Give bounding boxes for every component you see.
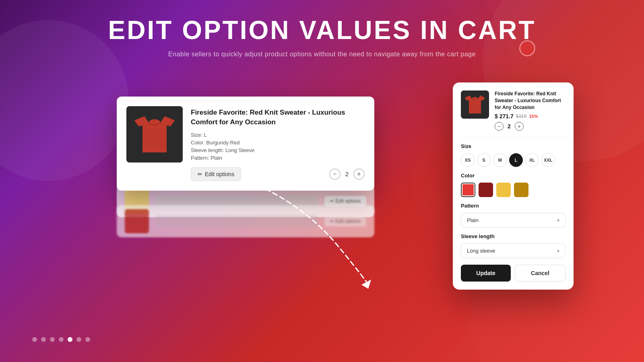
cart-item-image (126, 106, 183, 162)
cart-item-title: Fireside Favorite: Red Knit Sweater - Lu… (191, 108, 365, 127)
svg-marker-8 (361, 280, 371, 289)
pagination (32, 337, 90, 342)
size-btn-l[interactable]: L (509, 153, 523, 167)
qty-increase-btn[interactable]: + (353, 169, 365, 180)
action-row: Update Cancel (461, 265, 566, 282)
color-row (461, 183, 566, 197)
sleeve-section-label: Sleeve length (461, 233, 566, 239)
cart-row-blurred-2: ✏ Edit options (117, 205, 374, 237)
size-btn-m[interactable]: M (493, 153, 507, 167)
page-subtitle: Enable sellers to quickly adjust product… (40, 51, 604, 58)
price-discount: 15% (529, 114, 538, 119)
cart-item-footer: ✏ Edit options − 2 + (191, 167, 365, 181)
edit-icon: ✏ (198, 171, 202, 177)
detail-panel: Fireside Favorite: Red Knit Sweater - Lu… (453, 82, 574, 290)
pagination-dot-1[interactable] (32, 337, 37, 342)
pattern-value: Plain (467, 217, 479, 223)
blurred-content-2 (155, 215, 318, 227)
size-row: XS S M L XL XXL (461, 153, 566, 167)
product-image-svg (126, 106, 183, 162)
edit-options-button[interactable]: ✏ Edit options (191, 167, 241, 181)
pagination-dot-5[interactable] (68, 337, 72, 342)
qty-value: 2 (345, 171, 349, 177)
detail-product-image (461, 90, 489, 119)
detail-product-title: Fireside Favorite: Red Knit Sweater - Lu… (495, 90, 566, 111)
pagination-dot-6[interactable] (76, 337, 81, 342)
sleeve-chevron-icon: ▾ (557, 248, 559, 254)
detail-qty-value: 2 (508, 123, 511, 130)
color-swatch-tan[interactable] (514, 183, 528, 197)
sleeve-value: Long sleeve (467, 248, 495, 254)
blurred-img-2 (125, 209, 149, 233)
divider-1 (461, 137, 566, 138)
quantity-control: − 2 + (329, 169, 365, 180)
option-size: Size: L (191, 132, 365, 138)
pattern-section-label: Pattern (461, 203, 566, 209)
page-title: EDIT OPTION VALUES IN CART (40, 16, 604, 44)
size-section-label: Size (461, 143, 566, 149)
pagination-dot-7[interactable] (85, 337, 90, 342)
cart-item-details: Fireside Favorite: Red Knit Sweater - Lu… (191, 106, 365, 181)
pagination-dot-2[interactable] (41, 337, 46, 342)
price-row: $ 271.7 $319 15% (495, 113, 566, 119)
color-section-label: Color (461, 173, 566, 179)
header: EDIT OPTION VALUES IN CART Enable seller… (0, 16, 644, 58)
option-sleeve: Sleeve length: Long Sleeve (191, 147, 365, 153)
detail-product-image-svg (461, 90, 489, 119)
detail-product-header: Fireside Favorite: Red Knit Sweater - Lu… (461, 90, 566, 131)
size-btn-s[interactable]: S (477, 153, 491, 167)
sleeve-dropdown[interactable]: Long sleeve ▾ (461, 243, 566, 258)
color-swatch-burgundy[interactable] (479, 183, 493, 197)
color-swatch-yellow[interactable] (496, 183, 511, 197)
option-color: Color: Burgundy Red (191, 140, 365, 146)
price-current: $ 271.7 (495, 113, 514, 119)
cart-panel: Fireside Favorite: Red Knit Sweater - Lu… (117, 97, 374, 191)
color-swatch-red[interactable] (461, 183, 475, 197)
chevron-down-icon: ▾ (557, 218, 559, 223)
blurred-edit-btn-2: ✏ Edit options (324, 216, 366, 226)
size-btn-xs[interactable]: XS (461, 153, 475, 167)
edit-options-label: Edit options (205, 171, 234, 177)
detail-qty-increase[interactable]: + (515, 122, 524, 131)
detail-product-info: Fireside Favorite: Red Knit Sweater - Lu… (495, 90, 566, 131)
size-btn-xl[interactable]: XL (525, 153, 539, 167)
option-pattern: Pattern: Plain (191, 155, 365, 161)
detail-qty-row: − 2 + (495, 122, 566, 131)
pagination-dot-3[interactable] (50, 337, 55, 342)
size-btn-xxl[interactable]: XXL (541, 153, 555, 167)
detail-qty-decrease[interactable]: − (495, 122, 504, 131)
qty-decrease-btn[interactable]: − (329, 169, 341, 180)
cart-item: Fireside Favorite: Red Knit Sweater - Lu… (126, 106, 365, 181)
price-original: $319 (516, 113, 527, 119)
cancel-button[interactable]: Cancel (515, 265, 566, 282)
update-button[interactable]: Update (461, 265, 511, 282)
pagination-dot-4[interactable] (59, 337, 64, 342)
pattern-dropdown[interactable]: Plain ▾ (461, 213, 566, 228)
